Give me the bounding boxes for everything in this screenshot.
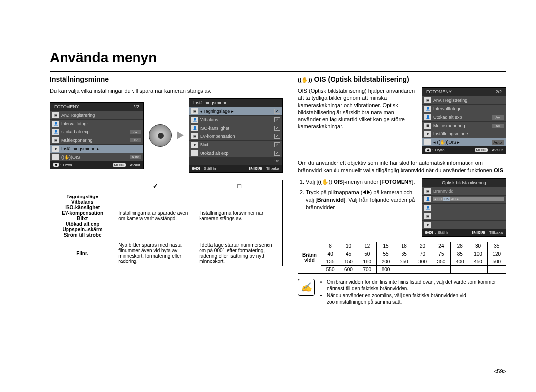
focal-cell: - (413, 265, 432, 273)
cam-menu-1: FOTOMENY2/2 ▣Anv. Registrering👤Intervall… (50, 102, 144, 169)
settings-table: ✓ □ TagningslägeVitbalansISO-känslighetE… (50, 180, 283, 266)
menu-row: 👤Utökad alt expAv (50, 128, 143, 136)
focal-cell: 55 (376, 250, 395, 258)
right-heading-text: OIS (Optisk bildstabilisering) (314, 75, 409, 83)
setting-item: Blixt (53, 216, 112, 221)
focal-cell: 85 (451, 250, 469, 258)
step-2: Tryck på pilknapparna ( ) på kameran och… (306, 189, 416, 211)
focal-cell: 150 (339, 258, 358, 265)
focal-cell: 550 (321, 265, 339, 273)
right-para2: Om du använder ett objektiv som inte har… (298, 159, 506, 174)
menu-row: ((✋))OISAuto (50, 153, 143, 161)
focal-cell: 120 (487, 250, 506, 258)
row-icon: ▣ (52, 137, 59, 143)
focal-cell: 70 (413, 250, 432, 258)
right-heading: ((✋)) OIS (Optisk bildstabilisering) (298, 75, 506, 85)
ois-icon-small: ((✋)) (318, 179, 332, 185)
row-icon: 👤 (52, 121, 59, 127)
focal-cell: 500 (487, 258, 506, 265)
play-icon: ▶ (424, 222, 431, 228)
focal-cell: 75 (432, 250, 450, 258)
menu-row: ▣MultiexponeringAv (50, 136, 143, 144)
focal-cell: 600 (339, 265, 358, 273)
focal-cell: 400 (451, 258, 469, 265)
settings-list: TagningslägeVitbalansISO-känslighetEV-ko… (50, 192, 115, 240)
col3-settings: Inställningarna försvinner när kameran s… (196, 192, 283, 240)
focal-cell: 50 (358, 250, 376, 258)
note-icon: ✍ (298, 279, 315, 296)
focal-cell: 100 (469, 250, 487, 258)
setting-item: EV-kompensation (53, 210, 112, 216)
right-para1: OIS (Optisk bildstabilisering) hjälper a… (298, 87, 417, 130)
menu-row: ▣EV-kompensation✓ (189, 132, 282, 140)
focal-cell: - (487, 265, 506, 273)
row-icon: 👤 (191, 117, 198, 123)
focal-selector: ◂303540▸ (433, 197, 504, 201)
setting-item: ISO-känslighet (53, 205, 112, 210)
note-block: ✍ Om brännvidden för din lins inte finns… (298, 279, 506, 306)
focal-cell: 180 (358, 258, 376, 265)
focal-cell: - (395, 265, 413, 273)
setting-item: Tagningsläge (53, 194, 112, 199)
row-icon: 👤 (424, 114, 431, 120)
row-icon (52, 154, 59, 160)
ois-icon: ((✋)) (298, 77, 312, 83)
focal-cell: - (451, 265, 469, 273)
cam-menu-2: Inställningsminne ▣◂ Tagningsläge ▸✓👤Vit… (189, 98, 283, 173)
focal-cell: 135 (321, 258, 339, 265)
step-1: Välj [((✋)) OIS]-menyn under [FOTOMENY]. (306, 178, 416, 186)
row-icon: ▶ (52, 146, 59, 152)
row-icon: ▣ (424, 123, 431, 129)
menu-screenshots-left: FOTOMENY2/2 ▣Anv. Registrering👤Intervall… (50, 98, 283, 173)
cam-menu-4: Optisk bildstabilisering ▣Brännvidd 👤 ◂3… (422, 178, 506, 237)
menu-row: ▣◂ Tagningsläge ▸✓ (189, 107, 282, 115)
setting-item: Ström till strobe (53, 232, 112, 238)
row-icon: 👤 (191, 125, 198, 131)
focal-cell: 250 (395, 258, 413, 265)
focal-cell: 8 (321, 242, 339, 250)
focal-cell: 35 (487, 242, 506, 250)
camera-icon: ▣ (424, 213, 431, 219)
menu-row: ◂ ((✋))OIS ▸Auto (422, 138, 506, 146)
menu-row: ▶Inställningsminne (422, 130, 506, 138)
triangle-left-icon (363, 190, 366, 194)
row-icon: ▣ (424, 97, 431, 103)
row-icon (191, 150, 198, 156)
row-icon: 👤 (52, 129, 59, 135)
page-title: Använda menyn (50, 50, 506, 65)
col2-filnr: Nya bilder sparas med nästa filnummer äv… (115, 240, 196, 266)
setting-item: Utökad alt exp (53, 221, 112, 227)
menu-row: 👤Utökad alt expAv (422, 113, 506, 121)
arrow-right-icon (177, 131, 184, 139)
menu-row: ▶Inställningsminne ▸ (50, 144, 143, 153)
focal-cell: 45 (339, 250, 358, 258)
menu-row: ▶Blixt✓ (189, 140, 282, 149)
focal-cell: 450 (469, 258, 487, 265)
row-icon: ▣ (191, 133, 198, 139)
focal-label: Brännvidd (298, 242, 321, 273)
col-checked-icon: ✓ (115, 180, 196, 192)
row-icon: ▣ (52, 112, 59, 118)
row-icon (424, 139, 431, 145)
left-intro: Du kan välja vilka inställningar du vill… (50, 87, 283, 94)
menu-row: ▣MultiexponeringAv (422, 121, 506, 130)
face1-icon: 👤 (424, 196, 431, 202)
row-icon: 👤 (424, 106, 431, 112)
row-icon: ▣ (191, 108, 198, 114)
rule (50, 71, 506, 72)
focal-cell: 20 (413, 242, 432, 250)
menu-row: ▣Anv. Registrering (50, 111, 143, 119)
row-icon: ▶ (191, 142, 198, 148)
focal-cell: 300 (413, 258, 432, 265)
left-heading: Inställningsminne (50, 75, 283, 85)
note-1: Om brännvidden för din lins inte finns l… (327, 279, 506, 292)
nav-wheel-icon (149, 124, 172, 147)
row-icon: ▶ (424, 131, 431, 137)
col3-filnr: I detta läge startar nummerserien om på … (196, 240, 283, 266)
setting-item: Vitbalans (53, 199, 112, 205)
menu-row: ▣Anv. Registrering (422, 96, 506, 104)
focal-cell: 200 (376, 258, 395, 265)
focal-cell: 65 (395, 250, 413, 258)
focal-cell: 28 (451, 242, 469, 250)
note-2: När du använder en zoomlins, välj den fa… (327, 292, 506, 306)
